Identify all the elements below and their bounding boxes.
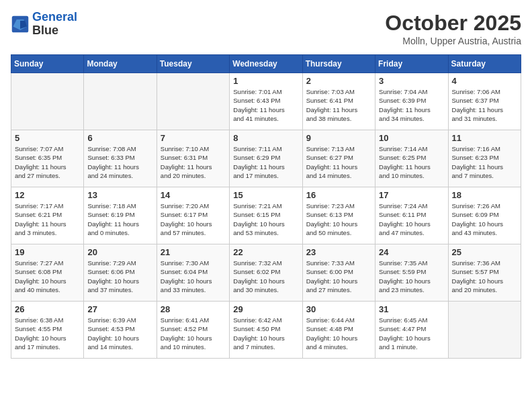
weekday-header-saturday: Saturday (448, 55, 521, 73)
day-info: Sunrise: 7:23 AM Sunset: 6:13 PM Dayligh… (306, 201, 371, 237)
day-number: 21 (161, 247, 226, 257)
day-info: Sunrise: 7:24 AM Sunset: 6:11 PM Dayligh… (379, 201, 444, 237)
calendar-week-row: 1Sunrise: 7:01 AM Sunset: 6:43 PM Daylig… (11, 73, 521, 130)
page-header: General Blue October 2025 Molln, Upper A… (11, 11, 521, 46)
day-number: 8 (233, 133, 298, 143)
day-number: 23 (306, 247, 371, 257)
day-info: Sunrise: 6:41 AM Sunset: 4:52 PM Dayligh… (161, 316, 226, 351)
calendar-cell: 4Sunrise: 7:06 AM Sunset: 6:37 PM Daylig… (448, 73, 521, 130)
day-number: 6 (87, 133, 152, 143)
calendar-cell: 24Sunrise: 7:35 AM Sunset: 5:59 PM Dayli… (375, 244, 448, 302)
day-number: 25 (452, 247, 517, 257)
calendar-cell: 27Sunrise: 6:39 AM Sunset: 4:53 PM Dayli… (84, 302, 157, 359)
day-number: 18 (452, 190, 517, 200)
day-info: Sunrise: 6:45 AM Sunset: 4:47 PM Dayligh… (379, 316, 444, 351)
day-info: Sunrise: 7:32 AM Sunset: 6:02 PM Dayligh… (233, 259, 298, 294)
day-info: Sunrise: 7:01 AM Sunset: 6:43 PM Dayligh… (233, 87, 298, 123)
day-number: 3 (379, 76, 444, 86)
calendar-cell: 6Sunrise: 7:08 AM Sunset: 6:33 PM Daylig… (84, 130, 157, 187)
day-number: 11 (452, 133, 517, 143)
calendar-cell (157, 73, 229, 130)
day-info: Sunrise: 7:06 AM Sunset: 6:37 PM Dayligh… (452, 87, 517, 123)
calendar-cell: 19Sunrise: 7:27 AM Sunset: 6:08 PM Dayli… (11, 244, 84, 302)
day-info: Sunrise: 7:11 AM Sunset: 6:29 PM Dayligh… (233, 144, 298, 180)
day-number: 30 (306, 304, 371, 314)
day-info: Sunrise: 6:39 AM Sunset: 4:53 PM Dayligh… (87, 316, 152, 351)
calendar-cell (11, 73, 84, 130)
calendar-cell: 31Sunrise: 6:45 AM Sunset: 4:47 PM Dayli… (375, 302, 448, 359)
day-number: 7 (161, 133, 226, 143)
day-info: Sunrise: 7:14 AM Sunset: 6:25 PM Dayligh… (379, 144, 444, 180)
day-info: Sunrise: 7:07 AM Sunset: 6:35 PM Dayligh… (15, 144, 80, 180)
calendar-cell: 30Sunrise: 6:44 AM Sunset: 4:48 PM Dayli… (302, 302, 375, 359)
day-number: 22 (233, 247, 298, 257)
calendar-cell: 5Sunrise: 7:07 AM Sunset: 6:35 PM Daylig… (11, 130, 84, 187)
logo: General Blue (11, 11, 77, 38)
calendar-cell: 16Sunrise: 7:23 AM Sunset: 6:13 PM Dayli… (302, 187, 375, 244)
calendar-cell: 10Sunrise: 7:14 AM Sunset: 6:25 PM Dayli… (375, 130, 448, 187)
day-info: Sunrise: 7:30 AM Sunset: 6:04 PM Dayligh… (161, 259, 226, 294)
day-info: Sunrise: 7:35 AM Sunset: 5:59 PM Dayligh… (379, 259, 444, 294)
day-info: Sunrise: 6:44 AM Sunset: 4:48 PM Dayligh… (306, 316, 371, 351)
logo-line2: Blue (32, 24, 77, 38)
day-info: Sunrise: 7:29 AM Sunset: 6:06 PM Dayligh… (87, 259, 152, 294)
day-number: 13 (87, 190, 152, 200)
weekday-header-row: SundayMondayTuesdayWednesdayThursdayFrid… (11, 55, 521, 73)
logo-icon (11, 15, 30, 34)
day-info: Sunrise: 7:26 AM Sunset: 6:09 PM Dayligh… (452, 201, 517, 237)
calendar-table: SundayMondayTuesdayWednesdayThursdayFrid… (11, 54, 521, 359)
calendar-week-row: 5Sunrise: 7:07 AM Sunset: 6:35 PM Daylig… (11, 130, 521, 187)
logo-text: General Blue (32, 11, 77, 38)
weekday-header-sunday: Sunday (11, 55, 84, 73)
calendar-cell: 28Sunrise: 6:41 AM Sunset: 4:52 PM Dayli… (157, 302, 229, 359)
calendar-cell: 15Sunrise: 7:21 AM Sunset: 6:15 PM Dayli… (230, 187, 302, 244)
day-info: Sunrise: 7:13 AM Sunset: 6:27 PM Dayligh… (306, 144, 371, 180)
day-number: 1 (233, 76, 298, 86)
calendar-cell: 29Sunrise: 6:42 AM Sunset: 4:50 PM Dayli… (230, 302, 302, 359)
day-number: 16 (306, 190, 371, 200)
calendar-cell: 17Sunrise: 7:24 AM Sunset: 6:11 PM Dayli… (375, 187, 448, 244)
calendar-cell: 2Sunrise: 7:03 AM Sunset: 6:41 PM Daylig… (302, 73, 375, 130)
day-number: 17 (379, 190, 444, 200)
weekday-header-wednesday: Wednesday (230, 55, 302, 73)
calendar-cell: 9Sunrise: 7:13 AM Sunset: 6:27 PM Daylig… (302, 130, 375, 187)
day-number: 5 (15, 133, 80, 143)
day-number: 4 (452, 76, 517, 86)
calendar-week-row: 26Sunrise: 6:38 AM Sunset: 4:55 PM Dayli… (11, 302, 521, 359)
day-info: Sunrise: 7:20 AM Sunset: 6:17 PM Dayligh… (161, 201, 226, 237)
weekday-header-monday: Monday (84, 55, 157, 73)
calendar-cell: 13Sunrise: 7:18 AM Sunset: 6:19 PM Dayli… (84, 187, 157, 244)
calendar-cell (448, 302, 521, 359)
day-info: Sunrise: 7:04 AM Sunset: 6:39 PM Dayligh… (379, 87, 444, 123)
calendar-cell: 18Sunrise: 7:26 AM Sunset: 6:09 PM Dayli… (448, 187, 521, 244)
weekday-header-thursday: Thursday (302, 55, 375, 73)
calendar-cell: 1Sunrise: 7:01 AM Sunset: 6:43 PM Daylig… (230, 73, 302, 130)
day-info: Sunrise: 7:21 AM Sunset: 6:15 PM Dayligh… (233, 201, 298, 237)
day-info: Sunrise: 7:18 AM Sunset: 6:19 PM Dayligh… (87, 201, 152, 237)
day-number: 15 (233, 190, 298, 200)
day-number: 27 (87, 304, 152, 314)
day-number: 9 (306, 133, 371, 143)
day-info: Sunrise: 7:10 AM Sunset: 6:31 PM Dayligh… (161, 144, 226, 180)
weekday-header-friday: Friday (375, 55, 448, 73)
day-info: Sunrise: 7:17 AM Sunset: 6:21 PM Dayligh… (15, 201, 80, 237)
calendar-cell: 25Sunrise: 7:36 AM Sunset: 5:57 PM Dayli… (448, 244, 521, 302)
day-info: Sunrise: 7:08 AM Sunset: 6:33 PM Dayligh… (87, 144, 152, 180)
day-number: 29 (233, 304, 298, 314)
day-info: Sunrise: 7:36 AM Sunset: 5:57 PM Dayligh… (452, 259, 517, 294)
day-number: 28 (161, 304, 226, 314)
day-number: 2 (306, 76, 371, 86)
day-number: 20 (87, 247, 152, 257)
calendar-cell: 12Sunrise: 7:17 AM Sunset: 6:21 PM Dayli… (11, 187, 84, 244)
weekday-header-tuesday: Tuesday (157, 55, 229, 73)
day-number: 19 (15, 247, 80, 257)
calendar-week-row: 19Sunrise: 7:27 AM Sunset: 6:08 PM Dayli… (11, 244, 521, 302)
calendar-week-row: 12Sunrise: 7:17 AM Sunset: 6:21 PM Dayli… (11, 187, 521, 244)
day-number: 14 (161, 190, 226, 200)
calendar-cell: 14Sunrise: 7:20 AM Sunset: 6:17 PM Dayli… (157, 187, 229, 244)
day-info: Sunrise: 7:27 AM Sunset: 6:08 PM Dayligh… (15, 259, 80, 294)
day-info: Sunrise: 7:03 AM Sunset: 6:41 PM Dayligh… (306, 87, 371, 123)
calendar-cell: 20Sunrise: 7:29 AM Sunset: 6:06 PM Dayli… (84, 244, 157, 302)
calendar-cell (84, 73, 157, 130)
location: Molln, Upper Austria, Austria (385, 36, 521, 46)
